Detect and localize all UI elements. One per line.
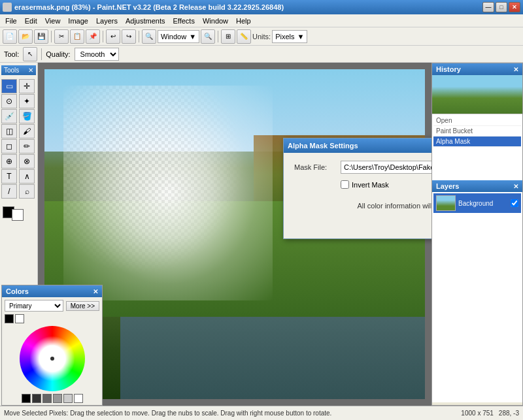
tool-lasso[interactable]: ⊙ (1, 94, 17, 108)
layer-name: Background (458, 200, 508, 207)
tool-recolor[interactable]: ⊗ (19, 154, 35, 169)
menu-edit[interactable]: Edit (21, 16, 41, 26)
history-title: History (436, 65, 461, 73)
layers-panel: Layers ✕ Background (431, 180, 523, 406)
tool-paintbrush[interactable]: 🖌 (19, 124, 35, 138)
close-button[interactable]: ✕ (509, 2, 520, 12)
color-wheel[interactable] (20, 326, 85, 391)
history-thumbnail (432, 75, 522, 114)
toolbar-cut[interactable]: ✂ (54, 29, 69, 44)
history-item-0[interactable]: Open (433, 116, 521, 126)
swatch-5[interactable] (74, 394, 83, 403)
history-item-1[interactable]: Paint Bucket (433, 126, 521, 137)
colors-header: Colors ✕ (2, 285, 102, 297)
tool-move[interactable]: ✛ (19, 79, 35, 93)
tool-zoom[interactable]: ⌕ (19, 184, 35, 199)
color-type-select[interactable]: Primary (5, 300, 63, 312)
toolbar-zoom-out[interactable]: 🔍 (142, 29, 156, 44)
history-item-2[interactable]: Alpha Mask (433, 137, 521, 147)
menu-window[interactable]: Window (199, 16, 232, 26)
toolbar-grid[interactable]: ⊞ (221, 29, 235, 44)
menu-image[interactable]: Image (64, 16, 92, 26)
dialog-titlebar: Alpha Mask Settings ✕ (284, 138, 431, 153)
swatch-3[interactable] (53, 394, 62, 403)
minimize-button[interactable]: — (482, 2, 494, 12)
invert-mask-row: Invert Mask (294, 180, 431, 189)
tool-eraser[interactable]: ◻ (1, 139, 17, 153)
swatch-area (1, 205, 36, 222)
menu-file[interactable]: File (1, 16, 21, 26)
toolbar-redo[interactable]: ↪ (122, 29, 136, 44)
swatch-1[interactable] (32, 394, 41, 403)
layer-background[interactable]: Background (433, 193, 521, 213)
tool-select-rect[interactable]: ▭ (1, 79, 17, 93)
quality-select[interactable]: Smooth (75, 48, 119, 61)
menu-view[interactable]: View (41, 16, 65, 26)
toolbar-rulers[interactable]: 📏 (237, 29, 251, 44)
maximize-button[interactable]: □ (496, 2, 507, 12)
mask-file-row: Mask File: Browse... (294, 161, 431, 174)
tool-grid: ▭ ✛ ⊙ ✦ 💉 🪣 ◫ 🖌 ◻ ✏ ⊕ ⊗ T ∧ / ⌕ (1, 79, 36, 199)
more-colors-button[interactable]: More >> (66, 301, 99, 311)
toolbar-paste[interactable]: 📌 (86, 29, 100, 44)
dialog-buttons: OK Cancel (294, 218, 431, 231)
status-text: Move Selected Pixels: Drag the selection… (4, 410, 456, 417)
tool-select[interactable]: ↖ (23, 47, 37, 61)
invert-mask-checkbox[interactable] (341, 180, 349, 189)
toolbar-open[interactable]: 📂 (18, 29, 33, 44)
tool-line[interactable]: / (1, 184, 17, 199)
layer-thumbnail (436, 195, 456, 211)
tool-eyedropper[interactable]: 💉 (1, 109, 17, 123)
color-wheel-container[interactable] (20, 326, 85, 391)
history-close[interactable]: ✕ (513, 66, 518, 73)
invert-mask-label: Invert Mask (352, 181, 389, 189)
layers-panel-header: Layers ✕ (432, 180, 522, 192)
toolbar-sep-2 (103, 31, 103, 42)
colors-close[interactable]: ✕ (93, 288, 98, 295)
pixels-dropdown[interactable]: Pixels ▼ (272, 30, 307, 43)
right-panels: History ✕ Open Paint Bucket Alpha Mask L… (431, 63, 523, 406)
app-icon (3, 3, 12, 12)
tool-text[interactable]: T (1, 169, 17, 184)
window-dropdown[interactable]: Window ▼ (158, 30, 199, 43)
toolbar-undo[interactable]: ↩ (106, 29, 120, 44)
layers-close[interactable]: ✕ (513, 183, 518, 190)
colors-panel: Colors ✕ Primary More >> (1, 285, 103, 406)
tool-paint-bucket[interactable]: 🪣 (19, 109, 35, 123)
swatch-black[interactable] (5, 314, 14, 323)
swatch-0[interactable] (22, 394, 31, 403)
dialog-content: Mask File: Browse... Invert Mask All col… (284, 153, 431, 238)
swatch-2[interactable] (42, 394, 52, 403)
mask-file-input[interactable] (341, 161, 431, 174)
tool-clone[interactable]: ⊕ (1, 154, 17, 169)
toolbar-new[interactable]: 📄 (3, 29, 17, 44)
tools-close[interactable]: ✕ (28, 67, 33, 74)
water-area (120, 317, 425, 399)
layer-visibility-checkbox[interactable] (511, 199, 518, 207)
menu-help[interactable]: Help (232, 16, 255, 26)
menu-layers[interactable]: Layers (92, 16, 122, 26)
units-label: Units: (252, 33, 271, 40)
menu-bar: File Edit View Image Layers Adjustments … (0, 14, 523, 27)
menu-effects[interactable]: Effects (169, 16, 199, 26)
colors-row: Primary More >> (5, 300, 99, 312)
toolbar-zoom-in[interactable]: 🔍 (201, 29, 215, 44)
swatch-white[interactable] (15, 314, 24, 323)
tool-magic-wand[interactable]: ✦ (19, 94, 35, 108)
tool-gradient[interactable]: ◫ (1, 124, 17, 138)
alpha-mask-dialog[interactable]: Alpha Mask Settings ✕ Mask File: Browse.… (283, 138, 431, 239)
menu-adjustments[interactable]: Adjustments (122, 16, 169, 26)
tool-pencil[interactable]: ✏ (19, 139, 35, 153)
toolbar-copy[interactable]: 📋 (70, 29, 84, 44)
tool-shapes[interactable]: ∧ (19, 169, 35, 184)
background-swatch[interactable] (12, 209, 24, 221)
tools-title: Tools (4, 67, 19, 74)
toolbar-save[interactable]: 💾 (34, 29, 48, 44)
swatch-4[interactable] (63, 394, 73, 403)
sep (41, 48, 42, 60)
layers-title: Layers (436, 182, 459, 190)
toolbar: 📄 📂 💾 ✂ 📋 📌 ↩ ↪ 🔍 Window ▼ 🔍 ⊞ 📏 Units: … (0, 27, 523, 46)
dialog-title: Alpha Mask Settings (288, 142, 358, 150)
toolbar-sep-3 (139, 31, 139, 42)
tool-label: Tool: (4, 50, 19, 58)
